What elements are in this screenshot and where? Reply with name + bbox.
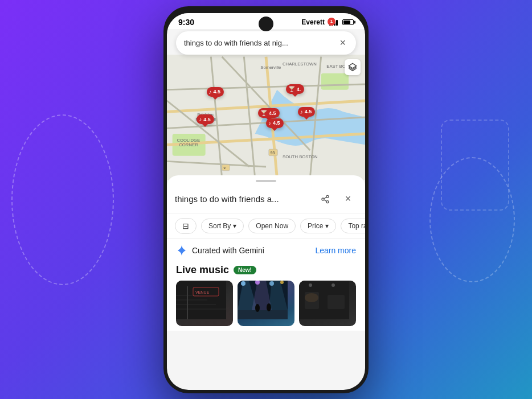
phone-screen: 9:30 Everett 1 × <box>167 13 365 390</box>
svg-point-24 <box>267 303 271 311</box>
price-arrow-icon: ▾ <box>325 222 329 230</box>
svg-point-19 <box>241 281 245 286</box>
pin-rating-5: 4.5 <box>273 120 280 126</box>
panel-handle <box>256 180 276 182</box>
map-pin-3: ♪ 4.5 <box>197 114 214 124</box>
pin-icon-music-1: ♪ <box>209 89 212 95</box>
search-text-bottom: things to do with friends a... <box>175 194 312 204</box>
svg-point-22 <box>280 281 284 284</box>
camera-cutout <box>259 17 273 31</box>
price-button[interactable]: Price ▾ <box>300 219 336 233</box>
svg-line-5 <box>324 197 327 199</box>
pin-rating-3: 4.5 <box>203 117 211 122</box>
gemini-star-icon <box>176 245 187 256</box>
venue-image-strip: VENUE <box>167 281 365 326</box>
section-title: Live music New! <box>167 262 365 281</box>
svg-point-29 <box>332 283 335 287</box>
pin-icon-bar-2: 🍸 <box>260 110 267 116</box>
search-bar-top[interactable]: × <box>176 31 356 55</box>
notification-dot: 1 <box>328 18 335 26</box>
pin-rating-2: 4. <box>297 87 301 92</box>
gemini-left: Curated with Gemini <box>176 245 264 256</box>
green-area-2 <box>321 73 349 89</box>
status-bar: 9:30 Everett 1 <box>167 13 365 29</box>
open-now-label: Open Now <box>256 222 288 230</box>
svg-rect-15 <box>238 310 288 319</box>
new-badge: New! <box>234 266 256 274</box>
svg-point-21 <box>269 281 274 286</box>
sort-by-label: Sort By <box>208 222 231 230</box>
road-5 <box>167 161 266 167</box>
map-label-charlestown: CHARLESTOWN <box>283 61 317 67</box>
battery-fill <box>343 20 350 24</box>
map-pin-1: ♪ 4.5 <box>207 87 224 97</box>
top-rated-label: Top rated <box>348 222 365 230</box>
status-location: Everett <box>301 18 325 26</box>
pin-rating-6: 4.5 <box>305 109 312 114</box>
highway-number: 93 <box>271 150 275 154</box>
map-area[interactable]: Somerville CHARLESTOWN EAST BOST... COOL… <box>167 55 365 180</box>
svg-point-23 <box>255 304 260 312</box>
gemini-banner: Curated with Gemini Learn more <box>167 239 365 262</box>
open-now-button[interactable]: Open Now <box>248 219 296 233</box>
pin-icon-music-3: ♪ <box>268 120 271 126</box>
bottom-panel: things to do with friends a... × <box>167 175 365 331</box>
pin-icon-music-4: ♪ <box>300 109 303 115</box>
svg-point-1 <box>326 195 329 198</box>
sort-by-button[interactable]: Sort By ▾ <box>201 219 244 233</box>
svg-rect-27 <box>328 295 345 309</box>
pin-rating-1: 4.5 <box>214 89 221 94</box>
map-label-corner: CORNER <box>179 142 198 147</box>
top-rated-button[interactable]: Top rated <box>341 219 365 233</box>
battery-icon <box>342 19 354 25</box>
bg-decoration-rect <box>441 120 509 211</box>
pin-rating-4: 4.5 <box>269 110 276 116</box>
pin-icon-bar-1: 🍸 <box>288 86 295 92</box>
learn-more-button[interactable]: Learn more <box>315 246 356 255</box>
bg-decoration-right <box>429 157 515 282</box>
map-pin-4: 🍸 4.5 <box>258 108 280 118</box>
close-button[interactable]: × <box>339 190 357 208</box>
pin-icon-music-2: ♪ <box>199 116 202 122</box>
bg-decoration-left <box>11 114 114 285</box>
share-button[interactable] <box>316 190 334 208</box>
close-icon: × <box>345 193 351 205</box>
map-label-southboston: SOUTH BOSTON <box>283 154 318 159</box>
filter-sliders-icon: ⊟ <box>182 221 189 231</box>
search-bar-bottom: things to do with friends a... × <box>167 188 365 213</box>
search-input-top[interactable] <box>184 39 337 47</box>
road-6 <box>244 56 255 178</box>
svg-point-2 <box>322 198 324 200</box>
search-close-top[interactable]: × <box>337 37 348 49</box>
venue-image-2[interactable] <box>238 281 294 326</box>
venue-image-1[interactable]: VENUE <box>176 281 233 326</box>
map-pin-5: ♪ 4.5 <box>266 118 284 128</box>
layers-button[interactable] <box>345 59 361 75</box>
sort-by-arrow-icon: ▾ <box>233 222 236 230</box>
section-title-text: Live music <box>176 264 229 276</box>
svg-line-4 <box>324 200 327 201</box>
gemini-text: Curated with Gemini <box>192 246 264 255</box>
map-label-somerville: Somerville <box>260 64 281 69</box>
phone-shell: 9:30 Everett 1 × <box>163 6 369 393</box>
svg-point-30 <box>305 293 318 302</box>
highway-number-2: 9 <box>224 166 226 169</box>
svg-point-3 <box>326 200 329 203</box>
filter-bar: ⊟ Sort By ▾ Open Now Price ▾ Top rated <box>167 213 365 239</box>
svg-point-28 <box>309 283 312 287</box>
venue-image-3[interactable] <box>299 281 356 326</box>
map-pin-2: 🍸 4. <box>286 84 305 94</box>
status-time: 9:30 <box>178 18 194 27</box>
map-pin-6: ♪ 4.5 <box>298 107 316 117</box>
price-label: Price <box>308 222 323 230</box>
signal-bar-4 <box>336 20 338 26</box>
filter-options-button[interactable]: ⊟ <box>175 218 197 234</box>
svg-text:VENUE: VENUE <box>195 290 209 294</box>
